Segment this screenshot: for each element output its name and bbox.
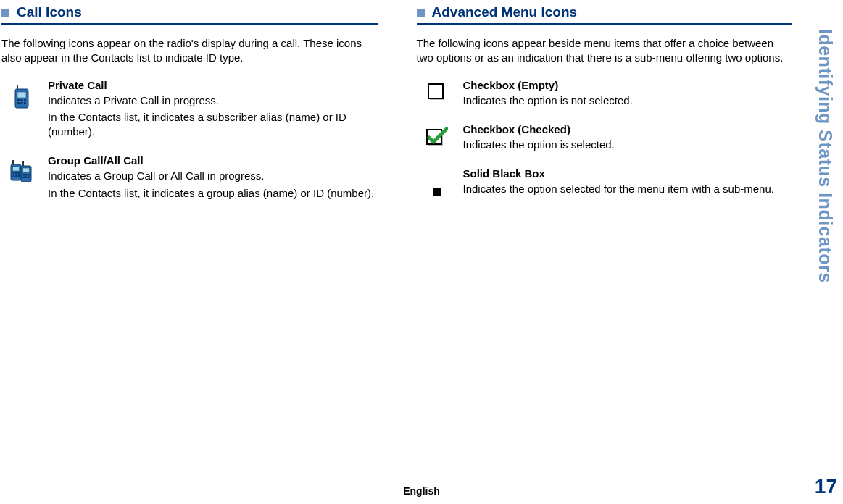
svg-rect-6	[17, 102, 20, 104]
svg-rect-16	[15, 175, 17, 177]
entry-body: Checkbox (Empty) Indicates the option is…	[463, 79, 793, 110]
svg-rect-26	[28, 177, 30, 179]
entry-body: Solid Black Box Indicates the option sel…	[463, 167, 793, 198]
svg-rect-22	[25, 174, 28, 176]
icon-entry-solid-black-box: Solid Black Box Indicates the option sel…	[417, 167, 793, 198]
section-intro: The following icons appear on the radio'…	[1, 36, 378, 66]
entry-desc: In the Contacts list, it indicates a gro…	[48, 186, 378, 201]
checkbox-empty-icon	[424, 79, 450, 102]
section-title: Call Icons	[17, 4, 82, 20]
page-content: Call Icons The following icons appear on…	[0, 4, 843, 216]
private-call-icon	[9, 79, 35, 109]
svg-rect-21	[23, 174, 25, 176]
svg-rect-23	[28, 174, 30, 176]
svg-rect-12	[13, 172, 15, 175]
entry-desc: In the Contacts list, it indicates a sub…	[48, 110, 378, 140]
section-intro: The following icons appear beside menu i…	[417, 36, 793, 66]
svg-rect-17	[18, 175, 20, 177]
svg-rect-15	[13, 175, 15, 177]
icon-entry-private-call: Private Call Indicates a Private Call in…	[1, 79, 378, 142]
section-bullet-icon	[1, 9, 9, 17]
svg-rect-11	[13, 167, 20, 171]
side-tab: Identifying Status Indicators	[815, 29, 836, 283]
entry-title: Solid Black Box	[463, 167, 793, 180]
svg-rect-28	[428, 84, 443, 98]
left-column: Call Icons The following icons appear on…	[1, 4, 378, 216]
svg-rect-8	[24, 102, 26, 104]
section-header-call-icons: Call Icons	[1, 4, 378, 20]
section-bullet-icon	[417, 9, 425, 17]
svg-rect-4	[21, 99, 23, 101]
divider	[1, 23, 378, 25]
entry-title: Private Call	[48, 79, 378, 91]
divider	[417, 23, 793, 25]
svg-rect-2	[17, 92, 26, 98]
icon-entry-checkbox-empty: Checkbox (Empty) Indicates the option is…	[417, 79, 793, 110]
right-column: Advanced Menu Icons The following icons …	[417, 4, 793, 216]
svg-rect-3	[17, 99, 20, 101]
svg-rect-24	[23, 177, 25, 179]
entry-body: Checkbox (Checked) Indicates the option …	[463, 123, 793, 154]
section-title: Advanced Menu Icons	[432, 4, 578, 20]
svg-rect-7	[21, 102, 23, 104]
svg-rect-14	[18, 172, 20, 175]
entry-desc: Indicates a Private Call in progress.	[48, 93, 378, 108]
entry-title: Checkbox (Empty)	[463, 79, 793, 91]
entry-desc: Indicates the option is selected.	[463, 138, 793, 152]
entry-body: Private Call Indicates a Private Call in…	[48, 79, 378, 142]
section-header-advanced-menu: Advanced Menu Icons	[417, 4, 793, 20]
svg-rect-13	[15, 172, 17, 175]
entry-desc: Indicates the option is not selected.	[463, 93, 793, 108]
page-number: 17	[815, 475, 837, 498]
entry-title: Checkbox (Checked)	[463, 123, 793, 135]
icon-entry-group-call: Group Call/All Call Indicates a Group Ca…	[1, 154, 378, 203]
icon-entry-checkbox-checked: Checkbox (Checked) Indicates the option …	[417, 123, 793, 154]
entry-title: Group Call/All Call	[48, 154, 378, 167]
entry-body: Group Call/All Call Indicates a Group Ca…	[48, 154, 378, 203]
solid-black-box-icon	[424, 167, 450, 196]
group-call-icon	[9, 154, 35, 185]
entry-desc: Indicates the option selected for the me…	[463, 182, 793, 196]
svg-rect-20	[23, 168, 30, 172]
language-label: English	[403, 485, 440, 497]
svg-rect-25	[25, 177, 28, 179]
checkbox-checked-icon	[424, 123, 450, 148]
entry-desc: Indicates a Group Call or All Call in pr…	[48, 169, 378, 183]
svg-rect-5	[24, 99, 26, 101]
